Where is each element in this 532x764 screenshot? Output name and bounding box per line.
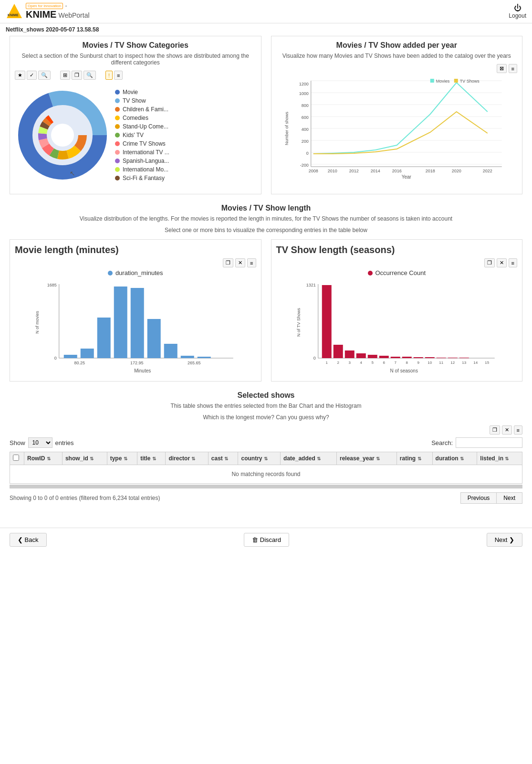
svg-rect-84: [459, 358, 469, 358]
svg-text:2020: 2020: [451, 169, 461, 173]
legend-label-standup: Stand-Up Come...: [123, 123, 168, 130]
star-toolbar-btn[interactable]: ★: [15, 71, 25, 80]
table-close-btn[interactable]: ✕: [502, 425, 512, 435]
table-scrollbar[interactable]: [10, 485, 522, 488]
entries-select[interactable]: 10 25 50 100: [28, 437, 52, 448]
svg-text:2008: 2008: [308, 169, 318, 173]
table-list-btn[interactable]: ≡: [514, 425, 522, 435]
table-controls: Show 10 25 50 100 entries Search:: [10, 437, 522, 448]
legend-label-children: Children & Fami...: [123, 106, 168, 113]
zoom2-toolbar-btn[interactable]: 🔍: [83, 71, 96, 80]
next-button[interactable]: Next ❯: [487, 533, 522, 547]
col-cast[interactable]: cast ⇅: [208, 452, 238, 465]
sort-release-year: ⇅: [376, 456, 380, 461]
header: KNIME Open for Innovation ✦ KNIME WebPor…: [0, 0, 532, 23]
back-button[interactable]: ❮ Back: [10, 533, 47, 547]
col-rating[interactable]: rating ⇅: [396, 452, 432, 465]
svg-text:0: 0: [313, 356, 315, 361]
legend-kidstv: Kids' TV: [115, 132, 256, 138]
movie-hist-svg[interactable]: N of movies 1685 0: [15, 279, 256, 375]
col-duration[interactable]: duration ⇅: [432, 452, 477, 465]
linechart-area: -200 0 200 400 600 800 1000 1200 2008 20…: [276, 76, 518, 181]
movie-hist-toolbar: ❐ ✕ ≡: [15, 258, 256, 267]
sunburst-svg[interactable]: ↖: [15, 83, 110, 189]
length-title: Movies / TV Show length: [10, 204, 522, 212]
col-release-year[interactable]: release_year ⇅: [337, 452, 397, 465]
sort-rowid: ⇅: [47, 456, 51, 461]
col-type[interactable]: type ⇅: [107, 452, 137, 465]
sunburst-toolbar-group1: ★ ✓ 🔍: [15, 71, 51, 80]
svg-text:800: 800: [301, 103, 308, 108]
table-footer-info: Showing 0 to 0 of 0 entries (filtered fr…: [10, 495, 160, 501]
svg-text:3: 3: [348, 361, 351, 365]
warn-toolbar-btn[interactable]: !: [105, 71, 113, 80]
select-all-checkbox[interactable]: [13, 455, 19, 461]
legend-dot-movie: [115, 90, 120, 95]
tvshow-hist-legend-dot: [368, 271, 373, 276]
col-rowid[interactable]: RowID ⇅: [24, 452, 63, 465]
svg-text:2014: 2014: [370, 169, 380, 173]
table-copy-btn[interactable]: ❐: [490, 425, 500, 435]
discard-button[interactable]: 🗑 Discard: [244, 533, 289, 547]
movie-hist-close-btn[interactable]: ✕: [235, 258, 245, 267]
histogram-row: Movie length (minutes) ❐ ✕ ≡ duration_mi…: [10, 239, 522, 382]
movie-histogram-panel: Movie length (minutes) ❐ ✕ ≡ duration_mi…: [10, 239, 261, 382]
svg-rect-62: [198, 357, 211, 358]
linechart-subtitle: Visualize how many Movies and TV Shows h…: [276, 53, 518, 59]
legend-dot-comedies: [115, 116, 120, 120]
copy-toolbar-btn[interactable]: ❐: [72, 71, 82, 80]
table-scroll: RowID ⇅ show_id ⇅ type ⇅ title ⇅ directo…: [10, 452, 522, 484]
svg-text:N of seasons: N of seasons: [390, 368, 417, 373]
col-title[interactable]: title ⇅: [137, 452, 166, 465]
svg-rect-45: [430, 79, 434, 83]
sort-listed-in: ⇅: [505, 456, 509, 461]
svg-text:TV Shows: TV Shows: [459, 79, 480, 84]
linechart-resize-btn[interactable]: ⊠: [497, 64, 507, 73]
sort-type: ⇅: [124, 456, 127, 461]
svg-rect-59: [147, 319, 161, 358]
tvshow-hist-list-btn[interactable]: ≡: [509, 258, 517, 267]
no-records-cell: No matching records found: [10, 465, 522, 484]
movie-hist-copy-btn[interactable]: ❐: [223, 258, 233, 267]
top-charts-row: Movies / TV Show Categories Select a sec…: [10, 36, 522, 194]
legend-label-comedies: Comedies: [123, 115, 148, 121]
col-director[interactable]: director ⇅: [166, 452, 208, 465]
tvshow-hist-svg[interactable]: N of TV Shows 1321 0: [276, 279, 518, 375]
search-input[interactable]: [456, 437, 522, 448]
previous-button[interactable]: Previous: [460, 492, 497, 504]
search-label: Search:: [431, 439, 453, 446]
svg-text:Movies: Movies: [436, 79, 449, 84]
logout-label[interactable]: Logout: [509, 12, 526, 19]
grid-toolbar-btn[interactable]: ⊞: [60, 71, 70, 80]
sunburst-chart-area: ↖ Movie TV Show Children & Fami...: [15, 83, 256, 189]
col-listed-in[interactable]: listed_in ⇅: [477, 452, 522, 465]
table-header-row: RowID ⇅ show_id ⇅ type ⇅ title ⇅ directo…: [10, 452, 522, 465]
legend-label-scifi: Sci-Fi & Fantasy: [123, 175, 165, 181]
tvshow-hist-close-btn[interactable]: ✕: [497, 258, 507, 267]
svg-text:2018: 2018: [425, 169, 435, 173]
svg-text:10: 10: [428, 361, 432, 365]
col-date-added[interactable]: date_added ⇅: [281, 452, 337, 465]
tvshow-hist-copy-btn[interactable]: ❐: [484, 258, 495, 267]
svg-text:1321: 1321: [306, 283, 315, 287]
check-toolbar-btn[interactable]: ✓: [27, 71, 37, 80]
legend-label-spanish: Spanish-Langua...: [123, 158, 169, 164]
show-entries: Show 10 25 50 100 entries: [10, 437, 74, 448]
svg-rect-79: [402, 357, 411, 358]
linechart-list-btn[interactable]: ≡: [509, 64, 517, 73]
svg-text:KNIME: KNIME: [8, 13, 19, 17]
col-country[interactable]: country ⇅: [238, 452, 281, 465]
legend-scifi: Sci-Fi & Fantasy: [115, 175, 256, 181]
movie-hist-legend: duration_minutes: [15, 269, 256, 276]
zoom-toolbar-btn[interactable]: 🔍: [38, 71, 51, 80]
logout-area[interactable]: ⏻ Logout: [509, 4, 526, 19]
col-showid[interactable]: show_id ⇅: [62, 452, 107, 465]
list-toolbar-btn[interactable]: ≡: [114, 71, 123, 80]
svg-text:2022: 2022: [482, 169, 492, 173]
webportal-label: WebPortal: [58, 11, 89, 19]
table-subtitle1: This table shows the entries selected fr…: [10, 403, 522, 409]
legend-dot-intltv: [115, 150, 120, 155]
movie-hist-list-btn[interactable]: ≡: [247, 258, 256, 267]
length-subtitle2: Select one or more bins to visualize the…: [10, 227, 522, 233]
next-page-button[interactable]: Next: [496, 492, 522, 504]
